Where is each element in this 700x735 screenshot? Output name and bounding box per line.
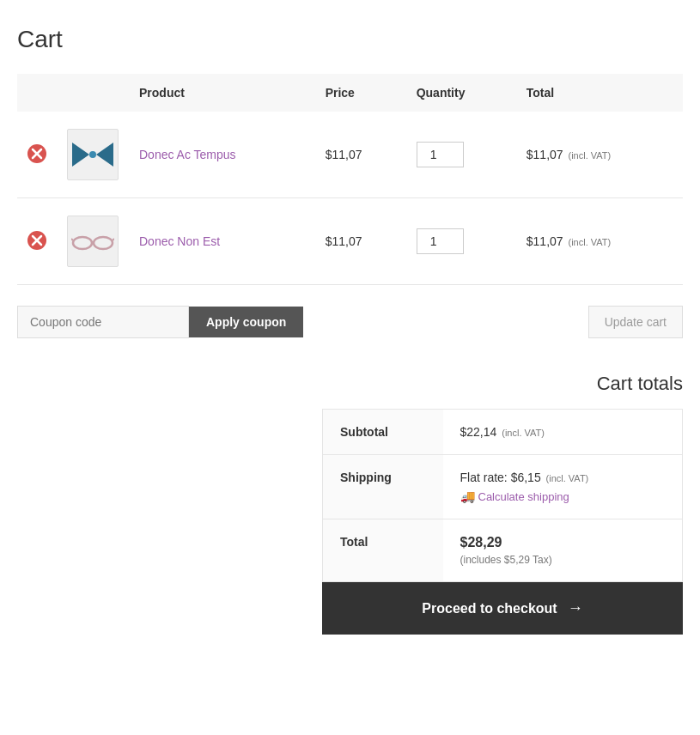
subtotal-label: Subtotal — [323, 410, 443, 455]
thumbnail-cell-1 — [57, 112, 129, 198]
subtotal-vat: (incl. VAT) — [502, 428, 545, 438]
product-link-1[interactable]: Donec Ac Tempus — [139, 148, 236, 161]
coupon-left: Apply coupon — [17, 306, 303, 338]
checkout-label: Proceed to checkout — [422, 601, 557, 617]
remove-icon — [27, 231, 46, 250]
col-header-product: Product — [129, 74, 315, 112]
remove-item-1-button[interactable] — [27, 144, 46, 163]
price-cell-2: $11,07 — [315, 198, 406, 285]
qty-cell-2 — [406, 198, 516, 285]
product-thumbnail-2 — [67, 216, 119, 267]
product-name-cell-2: Donec Non Est — [129, 198, 315, 285]
thumbnail-cell-2 — [57, 198, 129, 285]
qty-cell-1 — [406, 112, 516, 198]
svg-point-10 — [94, 237, 113, 249]
checkout-arrow-icon: → — [568, 599, 583, 617]
cart-table: Product Price Quantity Total — [17, 74, 683, 285]
qty-input-1[interactable] — [417, 142, 464, 167]
bowtie-icon — [72, 143, 113, 167]
shipping-label: Shipping — [323, 455, 443, 519]
shipping-value: Flat rate: $6,15 (incl. VAT) 🚚 Calculate… — [443, 455, 683, 519]
totals-table: Subtotal $22,14 (incl. VAT) Shipping Fla… — [322, 409, 683, 582]
total-value: $28,29 (includes $5,29 Tax) — [443, 519, 683, 582]
price-2: $11,07 — [326, 234, 362, 248]
product-thumbnail-1 — [67, 129, 119, 180]
cart-totals-section: Cart totals Subtotal $22,14 (incl. VAT) … — [17, 373, 683, 635]
checkout-button[interactable]: Proceed to checkout → — [322, 582, 683, 635]
total-amount: $28,29 — [460, 535, 502, 550]
qty-input-2[interactable] — [417, 228, 464, 254]
truck-icon: 🚚 — [460, 489, 475, 503]
coupon-row: Apply coupon Update cart — [17, 306, 683, 338]
shipping-vat: (incl. VAT) — [546, 473, 589, 483]
product-link-2[interactable]: Donec Non Est — [139, 234, 220, 248]
glasses-icon — [71, 232, 114, 251]
total-label: Total — [323, 519, 443, 582]
total-cell-2: $11,07 (incl. VAT) — [516, 198, 683, 285]
col-header-thumb — [57, 74, 129, 112]
total-2: $11,07 — [527, 234, 563, 248]
remove-cell — [17, 112, 57, 198]
calculate-shipping-link[interactable]: 🚚 Calculate shipping — [460, 489, 569, 503]
page-title: Cart — [17, 26, 683, 53]
total-1: $11,07 — [527, 148, 563, 161]
product-name-cell-1: Donec Ac Tempus — [129, 112, 315, 198]
svg-line-12 — [71, 239, 73, 240]
subtotal-amount: $22,14 — [460, 425, 497, 439]
total-cell-1: $11,07 (incl. VAT) — [516, 112, 683, 198]
svg-point-5 — [89, 151, 96, 158]
col-header-quantity: Quantity — [406, 74, 516, 112]
total-row: Total $28,29 (includes $5,29 Tax) — [323, 519, 683, 582]
svg-line-13 — [113, 239, 114, 240]
shipping-row: Shipping Flat rate: $6,15 (incl. VAT) 🚚 … — [323, 455, 683, 519]
remove-item-2-button[interactable] — [27, 231, 46, 250]
update-cart-button[interactable]: Update cart — [588, 306, 683, 338]
col-header-total: Total — [516, 74, 683, 112]
cart-totals-title: Cart totals — [597, 373, 683, 395]
apply-coupon-button[interactable]: Apply coupon — [189, 307, 303, 337]
calculate-shipping-label: Calculate shipping — [478, 490, 569, 503]
vat-note-1: (incl. VAT) — [569, 150, 612, 161]
subtotal-row: Subtotal $22,14 (incl. VAT) — [323, 410, 683, 455]
remove-icon — [27, 144, 46, 163]
svg-marker-3 — [72, 143, 89, 167]
svg-marker-4 — [96, 143, 113, 167]
vat-note-2: (incl. VAT) — [569, 237, 612, 247]
table-row: Donec Ac Tempus $11,07 $11,07 (incl. VAT… — [17, 112, 683, 198]
subtotal-value: $22,14 (incl. VAT) — [443, 410, 683, 455]
col-header-remove — [17, 74, 57, 112]
tax-note: (includes $5,29 Tax) — [460, 554, 666, 566]
remove-cell — [17, 198, 57, 285]
col-header-price: Price — [315, 74, 406, 112]
table-row: Donec Non Est $11,07 $11,07 (incl. VAT) — [17, 198, 683, 285]
coupon-input[interactable] — [17, 306, 189, 338]
price-cell-1: $11,07 — [315, 112, 406, 198]
svg-point-9 — [73, 237, 92, 249]
price-1: $11,07 — [326, 148, 362, 161]
shipping-rate: Flat rate: $6,15 — [460, 471, 541, 484]
